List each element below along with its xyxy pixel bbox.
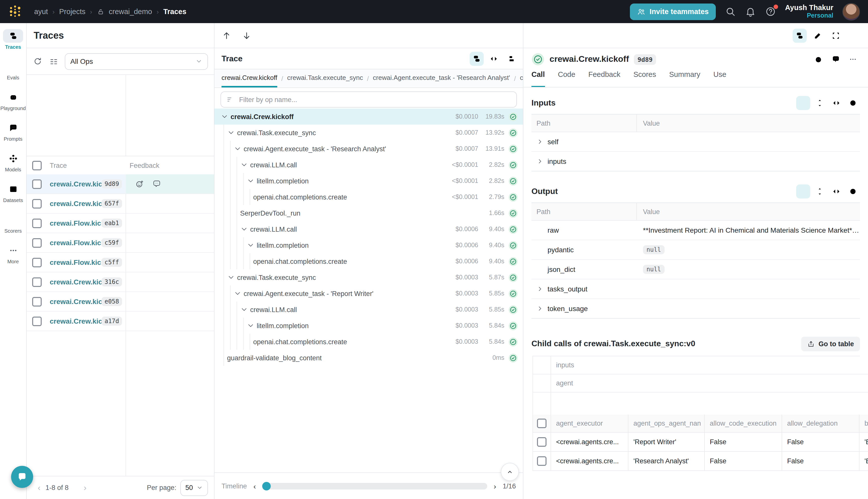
data-cell[interactable]: 'E — [859, 452, 868, 471]
edit-icon[interactable] — [811, 28, 825, 42]
trace-tree-row[interactable]: crewai.LLM.call$0.00035.85s — [214, 302, 523, 318]
row-checkbox[interactable] — [537, 437, 546, 447]
comment-icon[interactable] — [829, 52, 843, 66]
inputs-row[interactable]: inputs — [531, 152, 860, 171]
crumb-tab[interactable]: crewai.LLM.cal — [520, 69, 523, 87]
chevron-down-icon[interactable] — [240, 161, 248, 169]
sidebar-item-playground[interactable]: Playground — [0, 90, 26, 121]
breadcrumb-project[interactable]: crewai_demo — [109, 8, 152, 15]
trace-view-button[interactable] — [793, 28, 807, 42]
expand-rows-icon[interactable] — [813, 184, 827, 198]
add-reaction-icon[interactable] — [135, 179, 144, 188]
crumb-tab[interactable]: crewai.Crew.kickoff — [222, 69, 277, 87]
timeline-slider-handle[interactable] — [262, 482, 271, 490]
chevron-down-icon[interactable] — [247, 177, 255, 185]
row-checkbox[interactable] — [32, 179, 42, 189]
row-checkbox[interactable] — [32, 257, 42, 267]
chevron-right-icon[interactable] — [536, 285, 544, 292]
trace-tree-row[interactable]: guardrail-validate_blog_content0ms — [214, 350, 523, 366]
table-row[interactable]: crewai.Crew.kickoff9d89 — [27, 174, 214, 194]
data-cell[interactable]: <crewai.agents.cre... — [551, 452, 629, 471]
chevron-right-icon[interactable] — [536, 158, 544, 165]
trace-tree-row[interactable]: litellm.completion<$0.00012.82s — [214, 173, 523, 189]
collapse-timeline-button[interactable] — [501, 463, 519, 481]
tab-code[interactable]: Code — [558, 70, 575, 87]
trace-tree-row[interactable]: crewai.Task.execute_sync$0.000713.92s — [214, 125, 523, 141]
per-page-select[interactable]: 50 — [180, 480, 208, 496]
trace-tree-row[interactable]: litellm.completion$0.00069.40s — [214, 237, 523, 253]
data-cell[interactable]: <crewai.agents.cre... — [551, 433, 629, 452]
chat-launcher-button[interactable] — [11, 466, 33, 488]
data-cell[interactable]: False — [705, 433, 782, 452]
data-cell[interactable]: 'Report Writer' — [629, 433, 705, 452]
sidebar-item-datasets[interactable]: Datasets — [0, 182, 26, 213]
tab-summary[interactable]: Summary — [669, 70, 700, 87]
breadcrumb-projects[interactable]: Projects — [59, 8, 86, 15]
list-view-icon[interactable] — [796, 96, 810, 110]
row-checkbox[interactable] — [32, 316, 42, 326]
table-row[interactable]: crewai.Flow.kickoffeab1 — [27, 214, 214, 233]
chevron-right-icon[interactable] — [536, 305, 544, 312]
code-view-button[interactable] — [487, 51, 501, 65]
row-checkbox[interactable] — [32, 277, 42, 287]
op-filter-input[interactable] — [238, 95, 511, 104]
next-page-icon[interactable]: › — [78, 483, 91, 493]
output-row[interactable]: pydanticnull — [531, 240, 860, 260]
data-cell[interactable]: False — [782, 452, 859, 471]
output-row[interactable]: token_usage — [531, 299, 860, 318]
expand-rows-icon[interactable] — [813, 96, 827, 110]
arrow-down-icon[interactable] — [241, 31, 252, 40]
chevron-down-icon[interactable] — [240, 305, 248, 314]
table-row[interactable]: crewai.Crew.kickoff316c — [27, 272, 214, 292]
code-view-icon[interactable] — [829, 184, 843, 198]
comment-icon[interactable] — [152, 179, 161, 188]
trace-tree-row[interactable]: crewai.Task.execute_sync$0.00035.87s — [214, 269, 523, 285]
user-block[interactable]: Ayush Thakur Personal — [785, 4, 833, 19]
row-checkbox[interactable] — [32, 218, 42, 228]
output-row[interactable]: raw**Investment Report: AI in Chemical a… — [531, 221, 860, 240]
tab-feedback[interactable]: Feedback — [588, 70, 620, 87]
timeline-prev-icon[interactable]: ‹ — [253, 482, 256, 490]
data-cell[interactable]: False — [705, 452, 782, 471]
tab-scores[interactable]: Scores — [633, 70, 656, 87]
trace-tree-row[interactable]: SerperDevTool._run1.66s — [214, 205, 523, 221]
trace-tree-row[interactable]: openai.chat.completions.create$0.00035.8… — [214, 334, 523, 350]
row-checkbox[interactable] — [537, 456, 546, 466]
trace-tree-row[interactable]: crewai.Agent.execute_task - 'Report Writ… — [214, 285, 523, 302]
fullscreen-icon[interactable] — [829, 28, 843, 42]
chevron-down-icon[interactable] — [221, 112, 228, 121]
chevron-right-icon[interactable] — [536, 138, 544, 145]
breadcrumb-entity[interactable]: ayut — [34, 8, 48, 15]
invite-teammates-button[interactable]: Invite teammates — [630, 3, 716, 20]
trace-tree-row[interactable]: openai.chat.completions.create<$0.00012.… — [214, 189, 523, 205]
breadcrumb-page[interactable]: Traces — [163, 8, 186, 15]
row-checkbox[interactable] — [32, 297, 42, 306]
sidebar-item-more[interactable]: More — [0, 244, 26, 275]
chevron-down-icon[interactable] — [247, 241, 255, 249]
data-cell[interactable]: False — [782, 433, 859, 452]
tab-use[interactable]: Use — [713, 70, 726, 87]
trace-tree-row[interactable]: openai.chat.completions.create$0.00069.4… — [214, 253, 523, 269]
hide-view-icon[interactable] — [846, 184, 860, 198]
crumb-tab[interactable]: crewai.Task.execute_sync — [287, 69, 363, 87]
tab-call[interactable]: Call — [531, 70, 545, 87]
help-icon[interactable] — [765, 6, 776, 17]
table-row[interactable]: crewai.Flow.kickoffc59f — [27, 233, 214, 253]
op-filter-field[interactable] — [221, 92, 517, 108]
trace-tree-row[interactable]: crewai.Agent.execute_task - 'Research An… — [214, 141, 523, 157]
avatar[interactable] — [842, 3, 860, 20]
trace-tree-row[interactable]: crewai.LLM.call$0.00069.40s — [214, 221, 523, 237]
output-row[interactable]: tasks_output — [531, 279, 860, 299]
chevron-down-icon[interactable] — [234, 145, 241, 153]
inputs-row[interactable]: self — [531, 132, 860, 152]
arrow-up-icon[interactable] — [222, 31, 232, 40]
data-cell[interactable]: 'E — [859, 433, 868, 452]
list-view-icon[interactable] — [796, 184, 810, 198]
bell-icon[interactable] — [745, 6, 756, 17]
chevron-down-icon[interactable] — [240, 225, 248, 233]
sidebar-item-traces[interactable]: Traces — [0, 29, 26, 60]
wandb-logo-icon[interactable] — [8, 4, 22, 19]
sidebar-item-prompts[interactable]: Prompts — [0, 121, 26, 152]
output-row[interactable]: json_dictnull — [531, 260, 860, 279]
table-row[interactable]: crewai.Crew.kickoffa17d — [27, 312, 214, 331]
